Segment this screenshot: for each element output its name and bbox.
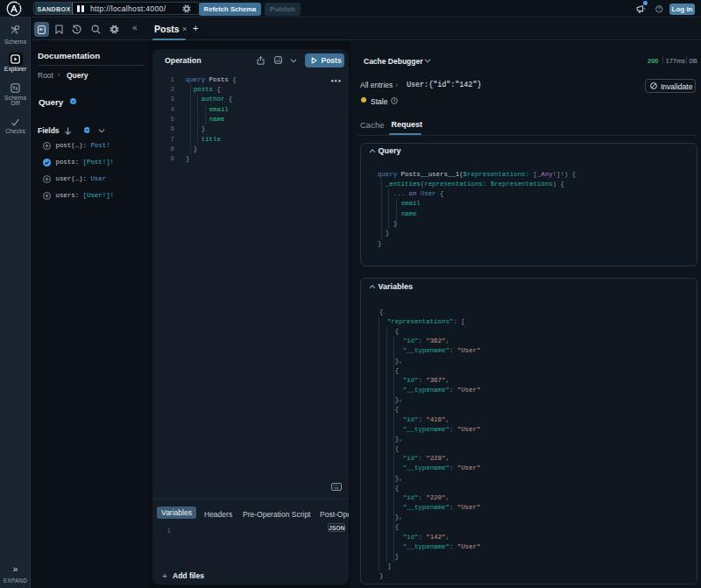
- svg-text:?: ?: [658, 6, 661, 11]
